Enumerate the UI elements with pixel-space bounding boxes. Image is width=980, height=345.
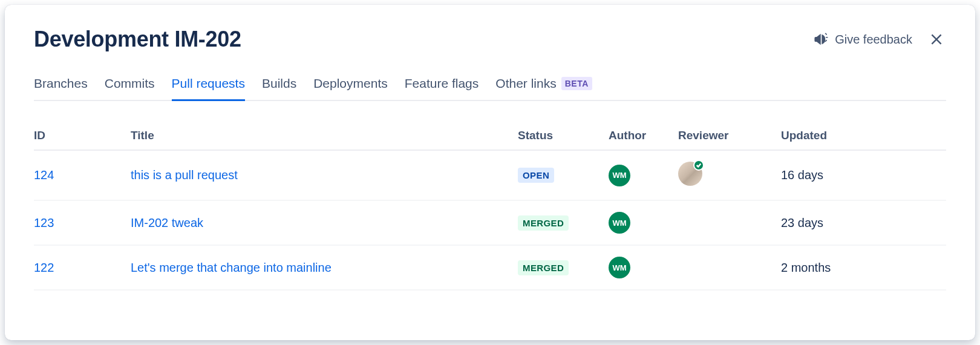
updated-cell: 23 days bbox=[781, 200, 946, 245]
header-actions: Give feedback bbox=[813, 30, 946, 49]
updated-cell: 2 months bbox=[781, 245, 946, 290]
author-avatar[interactable]: WM bbox=[609, 257, 630, 278]
tab-feature-flags[interactable]: Feature flags bbox=[405, 76, 479, 101]
pr-title-link[interactable]: this is a pull request bbox=[131, 168, 238, 182]
tab-commits[interactable]: Commits bbox=[105, 76, 155, 101]
panel-title: Development IM-202 bbox=[34, 27, 241, 52]
tab-label: Branches bbox=[34, 76, 88, 91]
close-button[interactable] bbox=[927, 30, 946, 49]
column-header-status[interactable]: Status bbox=[518, 123, 609, 150]
table-row: 122Let's merge that change into mainline… bbox=[34, 245, 946, 290]
development-panel: Development IM-202 Give feedback Branche… bbox=[5, 5, 975, 340]
column-header-updated[interactable]: Updated bbox=[781, 123, 946, 150]
author-avatar[interactable]: WM bbox=[609, 212, 630, 234]
pr-id-link[interactable]: 122 bbox=[34, 261, 54, 274]
author-avatar[interactable]: WM bbox=[609, 165, 630, 186]
column-header-author[interactable]: Author bbox=[609, 123, 678, 150]
tab-label: Other links bbox=[495, 76, 556, 91]
tab-label: Deployments bbox=[313, 76, 388, 91]
tab-label: Feature flags bbox=[405, 76, 479, 91]
table-row: 123IM-202 tweakMERGEDWM23 days bbox=[34, 200, 946, 245]
updated-cell: 16 days bbox=[781, 150, 946, 200]
tab-label: Builds bbox=[262, 76, 296, 91]
table-row: 124this is a pull requestOPENWM16 days bbox=[34, 150, 946, 200]
pr-id-link[interactable]: 124 bbox=[34, 168, 54, 182]
megaphone-icon bbox=[813, 31, 829, 47]
approved-check-icon bbox=[693, 160, 704, 171]
pr-title-link[interactable]: Let's merge that change into mainline bbox=[131, 261, 332, 274]
give-feedback-label: Give feedback bbox=[835, 33, 912, 47]
tab-deployments[interactable]: Deployments bbox=[313, 76, 388, 101]
beta-badge: BETA bbox=[561, 77, 592, 90]
tab-builds[interactable]: Builds bbox=[262, 76, 296, 101]
table-header-row: ID Title Status Author Reviewer Updated bbox=[34, 123, 946, 150]
pull-requests-table: ID Title Status Author Reviewer Updated … bbox=[34, 123, 946, 291]
pr-id-link[interactable]: 123 bbox=[34, 216, 54, 229]
give-feedback-button[interactable]: Give feedback bbox=[813, 31, 912, 47]
status-badge: MERGED bbox=[518, 215, 569, 231]
tabs-nav: BranchesCommitsPull requestsBuildsDeploy… bbox=[34, 76, 946, 101]
panel-header: Development IM-202 Give feedback bbox=[34, 27, 946, 52]
column-header-reviewer[interactable]: Reviewer bbox=[678, 123, 781, 150]
tab-label: Commits bbox=[105, 76, 155, 91]
close-icon bbox=[929, 31, 944, 47]
status-badge: OPEN bbox=[518, 168, 554, 183]
column-header-title[interactable]: Title bbox=[131, 123, 518, 150]
tab-label: Pull requests bbox=[172, 76, 245, 91]
column-header-id[interactable]: ID bbox=[34, 123, 131, 150]
status-badge: MERGED bbox=[518, 260, 569, 275]
pr-title-link[interactable]: IM-202 tweak bbox=[131, 216, 203, 229]
reviewer-avatar[interactable] bbox=[678, 162, 702, 186]
tab-pull-requests[interactable]: Pull requests bbox=[172, 76, 245, 101]
tab-other-links[interactable]: Other linksBETA bbox=[495, 76, 592, 101]
tab-branches[interactable]: Branches bbox=[34, 76, 88, 101]
